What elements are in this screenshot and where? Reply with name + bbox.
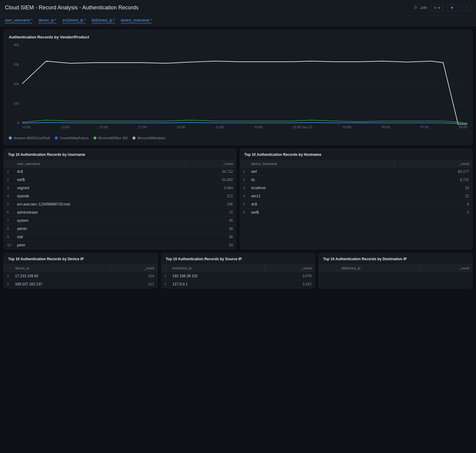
name-cell: 127.0.0.1 (169, 280, 265, 288)
name-cell: dc (248, 176, 394, 184)
app-container: Cloud SIEM - Record Analysis - Authentic… (0, 0, 476, 292)
device-ip-col-name-header: device_ip (12, 264, 110, 272)
table-row: 2 wef$ 31,682 (4, 176, 236, 184)
hostname-col-rank-header (240, 160, 248, 168)
more-icon: ⋮ (464, 6, 468, 10)
x-label-0500: 05:00 (382, 125, 390, 129)
hostname-table-panel: Top 10 Authentication Records by Hostnam… (240, 149, 472, 249)
dst-ip-table: dstDevice_ip _count (319, 264, 472, 272)
count-cell: 156 (186, 200, 236, 208)
count-cell: 72 (186, 208, 236, 217)
filter-chip-dst-ip[interactable]: dstDevice_ip * (92, 18, 115, 23)
count-cell: 60,177 (394, 168, 472, 176)
x-label-1300: 13:00 (61, 125, 69, 129)
dst-ip-col-rank-header (319, 264, 338, 272)
header: Cloud SIEM - Record Analysis - Authentic… (0, 0, 476, 16)
table-row: 1 dc$ 34,712 (4, 168, 236, 176)
count-cell: 45 (186, 217, 236, 225)
chart-title: Authentication Records by Vendor/Product (9, 35, 467, 39)
rank-cell: 9 (4, 233, 14, 241)
device-ip-col-rank-header (4, 264, 12, 272)
y-label-10k: 10k (14, 102, 19, 105)
filter-chip-device-ip[interactable]: device_ip * (38, 18, 56, 23)
table-row: 5 arn:aws:iam::123458960733:root 156 (4, 200, 236, 208)
chart-plot (22, 43, 467, 125)
rank-cell: 4 (240, 192, 248, 200)
legend-label-office365: Microsoft|Office 365 (98, 136, 128, 140)
filter-bar: user_username * device_ip * srcDevice_ip… (0, 16, 476, 26)
username-table: user_username _count 1 dc$ 34,712 2 wef$… (4, 160, 236, 249)
count-cell: 39 (186, 225, 236, 233)
filter-chip-username[interactable]: user_username * (5, 18, 32, 23)
src-ip-table-panel: Top 10 Authentication Records by Source … (161, 253, 315, 288)
name-cell: 169.107.162.237 (12, 280, 110, 288)
filter-icon: ▼ (450, 6, 454, 10)
src-ip-col-count-header: _count (265, 264, 315, 272)
count-cell: 114 (110, 272, 157, 280)
count-cell: 31,682 (186, 176, 236, 184)
bottom-tables-row: Top 10 Authentication Records by Device … (4, 253, 472, 288)
x-label-1700: 17:00 (138, 125, 147, 129)
name-cell: 192.168.38.102 (169, 272, 265, 280)
refresh-dropdown-icon: ▾ (438, 6, 440, 10)
legend-dot-cloudtrail (9, 136, 12, 140)
dst-ip-col-name-header: dstDevice_ip (338, 264, 420, 272)
filter-chip-hostname[interactable]: device_hostname * (121, 18, 152, 23)
time-range-label: -24h (419, 5, 427, 10)
src-ip-table-title: Top 10 Authentication Records by Source … (161, 253, 315, 264)
legend-label-cloudtrail: Amazon AWS|CloudTrail (14, 136, 50, 140)
legend-windows: Microsoft|Windows (132, 136, 165, 140)
src-ip-col-name-header: srcDevice_ip (169, 264, 265, 272)
rank-cell: 1 (161, 272, 170, 280)
rank-cell: 3 (4, 184, 14, 192)
name-cell: dc$ (14, 168, 186, 176)
x-label-2300: 23:00 (254, 125, 262, 129)
x-label-1100: 11:00 (22, 125, 31, 129)
name-cell: wef (248, 168, 394, 176)
table-row: 2 169.107.162.237 111 (4, 280, 157, 288)
refresh-button[interactable]: ↻ ▾ (431, 4, 443, 11)
time-control: ⏱ -24h (413, 5, 427, 10)
rank-cell: 2 (4, 280, 12, 288)
x-label-2100: 21:00 (215, 125, 224, 129)
count-cell: 22 (394, 192, 472, 200)
name-cell: wef$ (14, 176, 186, 184)
name-cell: win11 (248, 192, 394, 200)
rank-cell: 5 (240, 200, 248, 208)
y-axis: 40k 30k 20k 10k 0 (9, 43, 21, 125)
table-row: 7 system 45 (4, 217, 236, 225)
filter-button[interactable]: ▼ (447, 4, 457, 11)
name-cell: dc$ (248, 200, 394, 208)
rank-cell: 2 (4, 176, 14, 184)
count-cell: 3,484 (186, 184, 236, 192)
src-ip-table: srcDevice_ip _count 1 192.168.38.102 3,9… (161, 264, 315, 288)
count-cell: 9,731 (394, 176, 472, 184)
table-row: 1 wef 60,177 (240, 168, 472, 176)
more-button[interactable]: ⋮ (461, 4, 471, 11)
filter-chip-src-ip[interactable]: srcDevice_ip * (62, 18, 86, 23)
count-cell: 36 (186, 233, 236, 241)
dst-ip-col-count-header: _count (420, 264, 472, 272)
table-row: 3 vagrant 3,484 (4, 184, 236, 192)
page-title: Cloud SIEM - Record Analysis - Authentic… (5, 5, 139, 11)
legend-office365: Microsoft|Office 365 (93, 136, 128, 140)
table-row: 10 peter 33 (4, 241, 236, 249)
name-cell: 17.233.159.60 (12, 272, 110, 280)
refresh-icon: ↻ (434, 6, 437, 10)
count-cell: 3,978 (265, 272, 315, 280)
table-row: 6 wef$ 3 (240, 208, 472, 217)
y-label-40k: 40k (14, 43, 19, 47)
name-cell: npande (14, 192, 186, 200)
chart-legend: Amazon AWS|CloudTrail CrowdStrike|Falcon… (9, 136, 467, 140)
table-row: 2 127.0.0.1 3,422 (161, 280, 315, 288)
dst-ip-table-title: Top 10 Authentication Records by Destina… (319, 253, 472, 264)
name-cell: peter (14, 241, 186, 249)
rank-cell: 2 (161, 280, 170, 288)
clock-icon: ⏱ (413, 5, 417, 10)
username-col-name-header: user_username (14, 160, 186, 168)
x-label-0700: 07:00 (420, 125, 429, 129)
table-row: 8 admin 39 (4, 225, 236, 233)
header-controls: ⏱ -24h ↻ ▾ ▼ ⋮ (413, 4, 471, 11)
name-cell: admin (14, 225, 186, 233)
legend-label-windows: Microsoft|Windows (137, 136, 165, 140)
